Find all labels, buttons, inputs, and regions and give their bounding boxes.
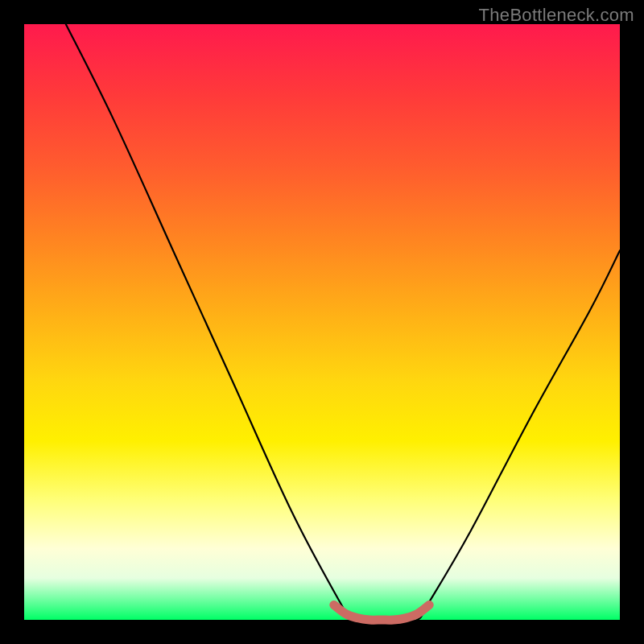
plot-area	[24, 24, 620, 620]
flat-marker-curve	[334, 605, 429, 621]
bottleneck-curve	[66, 24, 620, 621]
watermark-text: TheBottleneck.com	[479, 5, 634, 26]
chart-svg	[24, 24, 620, 620]
chart-frame: TheBottleneck.com	[0, 0, 644, 644]
